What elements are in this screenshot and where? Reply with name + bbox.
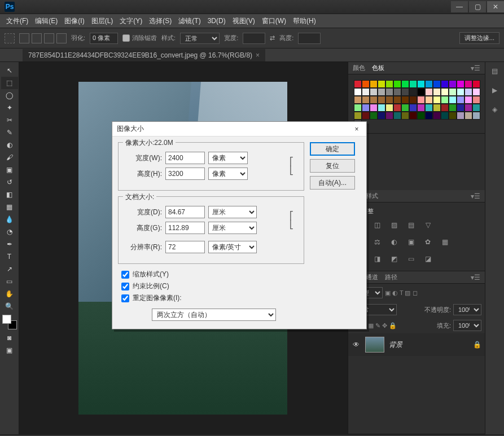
maximize-button[interactable]: ▢ (469, 1, 486, 12)
color-swatch[interactable] (472, 88, 480, 96)
style-select[interactable]: 正常 (180, 33, 220, 44)
color-swatch[interactable] (433, 112, 441, 120)
color-swatch[interactable] (457, 88, 464, 96)
curves-icon[interactable]: ▨ (389, 220, 399, 230)
styles-tab[interactable]: 样式 (366, 190, 378, 202)
hand-tool[interactable]: ✋ (1, 288, 18, 300)
color-swatch[interactable] (393, 112, 401, 120)
marquee-tool[interactable]: ⬚ (1, 77, 18, 89)
feather-input[interactable] (90, 33, 118, 44)
layer-thumbnail[interactable] (365, 337, 384, 353)
pixel-width-unit[interactable]: 像素 (208, 152, 248, 164)
color-swatch[interactable] (441, 112, 449, 120)
pixel-height-input[interactable] (165, 168, 205, 180)
color-swatch[interactable] (370, 104, 378, 112)
color-swatch[interactable] (362, 112, 370, 120)
color-swatch[interactable] (425, 88, 433, 96)
menu-edit[interactable]: 编辑(E) (32, 15, 60, 28)
healing-tool[interactable]: ◐ (1, 139, 18, 151)
quickmask-tool[interactable]: ◙ (1, 332, 18, 344)
color-swatch[interactable] (425, 112, 433, 120)
panel-menu-icon[interactable]: ▾☰ (471, 64, 480, 72)
new-selection[interactable] (19, 33, 29, 43)
color-swatch[interactable] (393, 88, 401, 96)
color-swatch[interactable] (433, 88, 441, 96)
color-swatch[interactable] (449, 88, 457, 96)
swatch-grid[interactable] (352, 78, 481, 130)
color-swatch[interactable] (441, 104, 449, 112)
color-swatch[interactable] (425, 104, 433, 112)
actions-panel-icon[interactable]: ▶ (488, 83, 502, 97)
menu-select[interactable]: 选择(S) (146, 15, 174, 28)
panel-menu-icon[interactable]: ▾☰ (471, 274, 480, 281)
bw-icon[interactable]: ◐ (389, 237, 399, 247)
color-swatch[interactable] (401, 80, 409, 88)
levels-icon[interactable]: ◫ (372, 220, 382, 230)
pen-tool[interactable]: ✒ (1, 238, 18, 250)
doc-height-unit[interactable]: 厘米 (208, 222, 257, 234)
color-swatch[interactable] (449, 104, 457, 112)
menu-filter[interactable]: 滤镜(T) (176, 15, 203, 28)
gradient-map-icon[interactable]: ▭ (406, 254, 416, 264)
refine-edge-button[interactable]: 调整边缘... (459, 32, 499, 44)
close-button[interactable]: ✕ (487, 1, 504, 12)
shape-tool[interactable]: ▭ (1, 275, 18, 288)
constrain-checkbox[interactable] (121, 283, 129, 290)
menu-help[interactable]: 帮助(H) (290, 15, 319, 28)
color-swatch[interactable] (441, 88, 449, 96)
properties-panel-icon[interactable]: ◈ (488, 103, 502, 116)
color-swatch[interactable] (472, 80, 480, 88)
color-swatch[interactable] (401, 104, 409, 112)
crop-tool[interactable]: ✂ (1, 114, 18, 126)
threshold-icon[interactable]: ◩ (389, 254, 399, 264)
color-swatch[interactable] (393, 96, 401, 104)
color-swatch[interactable] (362, 104, 370, 112)
color-swatch[interactable] (378, 88, 385, 96)
stamp-tool[interactable]: ▣ (1, 164, 18, 176)
color-swatch[interactable] (441, 96, 449, 104)
intersect-selection[interactable] (56, 33, 67, 43)
color-swatch[interactable] (417, 80, 425, 88)
color-swatch[interactable] (370, 88, 378, 96)
color-swatch[interactable] (417, 88, 425, 96)
menu-window[interactable]: 窗口(W) (259, 15, 289, 28)
color-swatch[interactable] (409, 104, 417, 112)
gradient-tool[interactable]: ▦ (1, 201, 18, 213)
color-swatch[interactable] (378, 104, 385, 112)
color-swatch[interactable] (449, 80, 457, 88)
color-swatch[interactable] (378, 96, 385, 104)
blur-tool[interactable]: 💧 (1, 213, 18, 226)
color-swatch[interactable] (362, 96, 370, 104)
color-swatch[interactable] (417, 96, 425, 104)
channels-tab[interactable]: 通道 (366, 271, 378, 284)
color-swatch[interactable] (401, 96, 409, 104)
history-panel-icon[interactable]: ▤ (488, 64, 502, 78)
layer-name[interactable]: 背景 (389, 340, 402, 350)
document-tab[interactable]: 787E854D11E284434DFBC39324EE9B16_convert… (23, 49, 265, 61)
dialog-close-button[interactable]: × (352, 124, 362, 134)
doc-height-input[interactable] (165, 222, 205, 234)
color-swatch[interactable] (354, 112, 362, 120)
color-swatch[interactable] (362, 80, 370, 88)
auto-button[interactable]: 自动(A)... (310, 176, 355, 190)
move-tool[interactable]: ↖ (1, 64, 18, 77)
resample-checkbox[interactable] (121, 294, 129, 302)
color-swatch[interactable] (385, 96, 393, 104)
reset-button[interactable]: 复位 (310, 159, 355, 173)
resample-method-select[interactable]: 两次立方（自动） (152, 309, 276, 321)
tool-preset[interactable] (5, 33, 15, 43)
color-swatch[interactable] (449, 112, 457, 120)
swatches-tab[interactable]: 色板 (372, 61, 384, 74)
color-swatch[interactable] (433, 80, 441, 88)
dodge-tool[interactable]: ◔ (1, 226, 18, 238)
color-swatch[interactable] (370, 96, 378, 104)
brush-tool[interactable]: 🖌 (1, 151, 18, 164)
color-swatch[interactable] (433, 96, 441, 104)
history-brush-tool[interactable]: ↺ (1, 176, 18, 188)
pixel-width-input[interactable] (165, 152, 205, 164)
screenmode-tool[interactable]: ▣ (1, 344, 18, 356)
opacity-select[interactable]: 100% (453, 304, 481, 315)
resolution-input[interactable] (165, 241, 205, 253)
pixel-height-unit[interactable]: 像素 (208, 168, 248, 180)
panel-menu-icon[interactable]: ▾☰ (471, 192, 480, 200)
